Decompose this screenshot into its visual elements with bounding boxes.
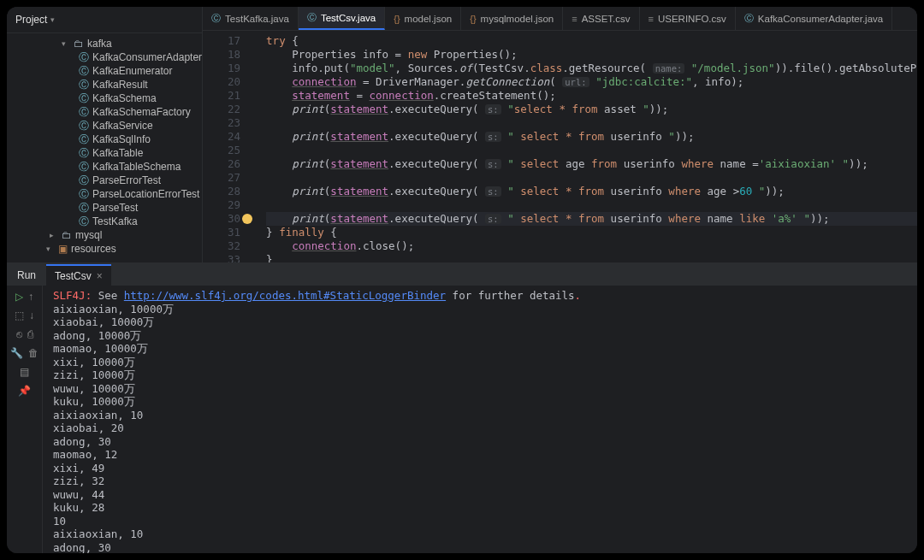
tree-file[interactable]: ⒸKafkaSchemaFactory: [7, 105, 202, 119]
editor-tabs: ⒸTestKafka.javaⒸTestCsv.java{}model.json…: [203, 7, 917, 31]
editor-area: ⒸTestKafka.javaⒸTestCsv.java{}model.json…: [203, 7, 917, 262]
tab-label: ASSET.csv: [582, 14, 631, 24]
tree-label: KafkaSchema: [92, 92, 157, 104]
settings-icon[interactable]: 🔧: [10, 347, 23, 359]
json-icon: {}: [394, 14, 400, 24]
up-icon[interactable]: ↑: [28, 291, 33, 303]
tree-file[interactable]: ⒸKafkaSqlInfo: [7, 133, 202, 146]
resources-icon: ▣: [58, 243, 68, 255]
run-tool-buttons: ▷↑ ⬚↓ ⎋⎙ 🔧🗑 ▤ 📌: [7, 286, 43, 553]
class-icon: Ⓒ: [79, 187, 89, 202]
class-icon: Ⓒ: [79, 64, 89, 79]
editor-tab[interactable]: ⒸTestCsv.java: [299, 7, 385, 30]
class-icon: Ⓒ: [79, 78, 89, 92]
tree-label: ParseErrorTest: [92, 174, 161, 186]
tree-file[interactable]: ⒸKafkaService: [7, 119, 202, 133]
editor-tab[interactable]: ⒸTestKafka.java: [203, 7, 299, 30]
tree-file[interactable]: ⒸKafkaSchema: [7, 91, 202, 105]
slf4j-link[interactable]: http://www.slf4j.org/codes.html#StaticLo…: [124, 289, 446, 302]
tree-label: KafkaSqlInfo: [92, 133, 151, 145]
layout-icon[interactable]: ▤: [20, 366, 29, 378]
tree-label: KafkaResult: [92, 79, 148, 91]
tree-folder-kafka[interactable]: ▾ 🗀 kafka: [7, 37, 202, 50]
class-icon: Ⓒ: [79, 119, 89, 133]
tree-file[interactable]: ⒸKafkaConsumerAdapter: [7, 50, 202, 64]
tree-file[interactable]: ⒸParseLocationErrorTest: [7, 187, 202, 201]
tab-label: TestKafka.java: [225, 14, 289, 24]
tree-file[interactable]: ⒸParseTest: [7, 201, 202, 215]
tree-file[interactable]: ⒸParseErrorTest: [7, 174, 202, 187]
code-editor[interactable]: try { Properties info = new Properties()…: [254, 31, 917, 262]
tab-label: mysqlmodel.json: [481, 14, 554, 24]
close-icon[interactable]: ×: [97, 270, 103, 282]
stop-icon[interactable]: ⬚: [15, 309, 24, 321]
bulb-icon[interactable]: [242, 214, 252, 224]
class-icon: Ⓒ: [79, 160, 89, 174]
pin-icon[interactable]: 📌: [18, 385, 31, 397]
chevron-down-icon: ▾: [46, 245, 55, 253]
tree-label: KafkaTableSchema: [92, 161, 181, 173]
tree-label: ParseTest: [92, 202, 138, 214]
gutter: 1718192021222324252627282930313233: [203, 31, 254, 262]
tree-file[interactable]: ⒸKafkaTable: [7, 146, 202, 160]
editor-tab[interactable]: {}mysqlmodel.json: [461, 7, 563, 30]
class-icon: Ⓒ: [211, 12, 221, 25]
tree-file[interactable]: ⒸKafkaEnumerator: [7, 64, 202, 78]
project-title: Project: [15, 14, 47, 26]
down-icon[interactable]: ↓: [29, 309, 34, 321]
chevron-down-icon: ▾: [50, 15, 55, 24]
class-icon: Ⓒ: [79, 201, 89, 215]
tree-label: kafka: [87, 38, 112, 50]
text-icon: ≡: [572, 14, 577, 24]
tree-label: mysql: [75, 229, 102, 241]
project-header[interactable]: Project ▾: [7, 7, 202, 33]
tab-label: KafkaConsumerAdapter.java: [758, 14, 883, 24]
text-icon: ≡: [649, 14, 654, 24]
tree-label: KafkaSchemaFactory: [92, 106, 191, 118]
tree-label: resources: [71, 243, 116, 255]
console-output[interactable]: SLF4J: See http://www.slf4j.org/codes.ht…: [43, 286, 917, 553]
tree-label: ParseLocationErrorTest: [92, 188, 199, 200]
tree-folder-mysql[interactable]: ▸ 🗀 mysql: [7, 228, 202, 242]
tree-label: KafkaEnumerator: [92, 65, 172, 77]
editor-tab[interactable]: ≡ASSET.csv: [563, 7, 639, 30]
folder-icon: 🗀: [74, 38, 84, 50]
editor-tab[interactable]: ⒸKafkaConsumerAdapter.java: [736, 7, 892, 30]
tree-label: KafkaService: [92, 120, 153, 132]
tab-label: USERINFO.csv: [658, 14, 726, 24]
run-tab[interactable]: TestCsv ×: [46, 264, 111, 286]
tree-label: KafkaTable: [92, 147, 143, 159]
tree-file[interactable]: ⒸTestKafka: [7, 215, 202, 228]
class-icon: Ⓒ: [79, 146, 89, 161]
run-toolbar: Run TestCsv ×: [7, 263, 917, 286]
folder-icon: 🗀: [62, 229, 72, 241]
print-icon[interactable]: ⎙: [27, 328, 33, 340]
class-icon: Ⓒ: [79, 105, 89, 120]
class-icon: Ⓒ: [79, 91, 89, 106]
rerun-icon[interactable]: ▷: [15, 291, 23, 303]
json-icon: {}: [470, 14, 476, 24]
run-tab-label: TestCsv: [55, 270, 92, 282]
project-tree: ▾ 🗀 kafka ⒸKafkaConsumerAdapterⒸKafkaEnu…: [7, 33, 202, 262]
tree-label: TestKafka: [92, 215, 138, 227]
chevron-down-icon: ▾: [62, 39, 70, 48]
tree-file[interactable]: ⒸKafkaResult: [7, 78, 202, 91]
class-icon: Ⓒ: [79, 50, 89, 65]
class-icon: Ⓒ: [307, 11, 317, 24]
editor-tab[interactable]: {}model.json: [385, 7, 461, 30]
tab-label: TestCsv.java: [321, 13, 376, 23]
class-icon: Ⓒ: [79, 215, 89, 229]
tab-label: model.json: [405, 14, 453, 24]
class-icon: Ⓒ: [79, 133, 89, 147]
exit-icon[interactable]: ⎋: [16, 328, 22, 340]
chevron-right-icon: ▸: [50, 231, 58, 239]
tree-file[interactable]: ⒸKafkaTableSchema: [7, 160, 202, 174]
class-icon: Ⓒ: [79, 174, 89, 188]
tree-folder-resources[interactable]: ▾ ▣ resources: [7, 242, 202, 256]
tree-label: KafkaConsumerAdapter: [92, 51, 202, 63]
trash-icon[interactable]: 🗑: [28, 347, 38, 359]
class-icon: Ⓒ: [744, 12, 754, 25]
project-sidebar: Project ▾ ▾ 🗀 kafka ⒸKafkaConsumerAdapte…: [7, 7, 203, 262]
run-label[interactable]: Run: [7, 269, 46, 281]
editor-tab[interactable]: ≡USERINFO.csv: [640, 7, 736, 30]
